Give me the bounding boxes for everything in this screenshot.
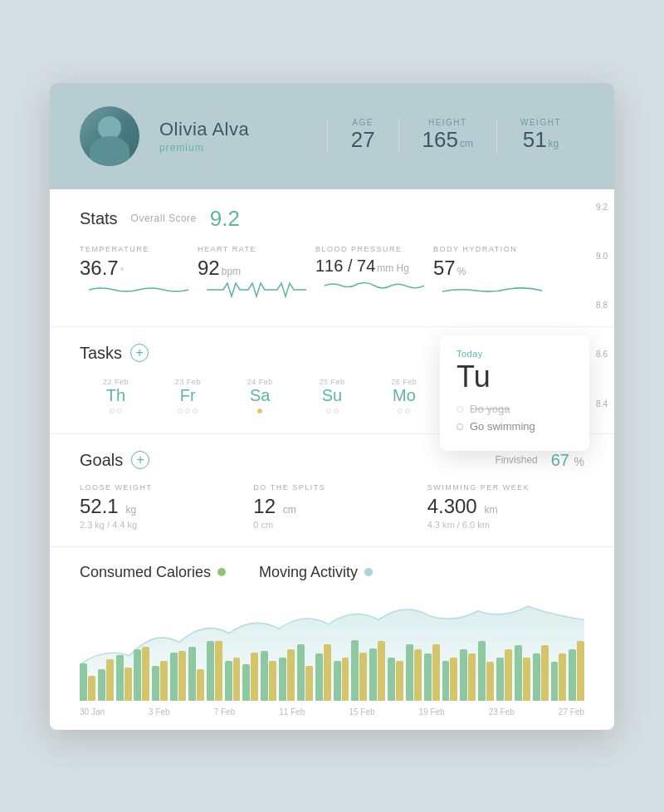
goal-swimming-value: 4.300 km: [427, 495, 584, 518]
bar-green: [334, 661, 341, 701]
task-yoga: Do yoga: [456, 403, 573, 415]
today-popup-label: Today: [456, 349, 573, 359]
bar-green: [515, 645, 522, 701]
bar-yellow: [486, 662, 494, 701]
task-swimming-text: Go swimming: [470, 420, 535, 433]
chart-label-3: 7 Feb: [214, 707, 236, 717]
goal-splits-value: 12 cm: [253, 495, 410, 518]
day-23-name: Fr: [152, 386, 224, 405]
score-line-1: 9.2: [596, 203, 608, 212]
bar-green: [297, 644, 305, 701]
bar-yellow: [88, 676, 95, 701]
dot: [405, 408, 410, 413]
bar-green: [369, 648, 377, 701]
bar-group: [152, 661, 168, 701]
bar-yellow: [396, 661, 403, 701]
chart-section: Consumed Calories Moving Activity: [50, 547, 614, 730]
activity-label: Moving Activity: [259, 564, 358, 581]
bp-label: BLOOD PRESSURE: [315, 245, 433, 253]
day-25-dots: [296, 408, 369, 413]
stat-heart-rate: HEART RATE 92bpm: [198, 245, 315, 310]
tasks-section: Tasks + Avg. Perfomance 83 % 22 Feb Th 2…: [50, 327, 614, 434]
temp-wave: [80, 280, 198, 300]
bar-yellow: [233, 658, 241, 701]
bar-green: [569, 649, 576, 701]
bar-group: [225, 658, 241, 701]
task-dot: [456, 423, 463, 430]
age-label: AGE: [351, 118, 375, 127]
dot: [334, 408, 339, 413]
task-swimming: Go swimming: [456, 420, 573, 433]
chart-label-4: 11 Feb: [279, 707, 305, 717]
bar-yellow: [142, 647, 149, 701]
profile-header: Olivia Alva premium AGE 27 HEIGHT 165cm …: [50, 83, 614, 189]
dot: [398, 408, 403, 413]
bar-group: [424, 644, 440, 701]
score-line-3: 8.8: [596, 301, 608, 310]
bar-yellow: [269, 661, 276, 701]
bar-yellow: [342, 658, 349, 701]
chart-label-1: 30 Jan: [80, 707, 105, 717]
user-info: Olivia Alva premium: [159, 119, 307, 154]
chart-label-2: 3 Feb: [149, 707, 170, 717]
height-value: 165cm: [422, 127, 473, 153]
bar-yellow: [541, 645, 549, 701]
bar-green: [261, 651, 268, 701]
bar-green: [207, 641, 214, 701]
bar-group: [551, 653, 567, 701]
user-name: Olivia Alva: [159, 119, 307, 140]
add-task-button[interactable]: +: [130, 344, 149, 362]
bar-green: [134, 649, 141, 701]
bar-group: [116, 655, 132, 701]
add-goal-button[interactable]: +: [131, 451, 149, 469]
hr-label: HEART RATE: [198, 245, 315, 253]
bar-group: [406, 644, 422, 701]
age-value: 27: [351, 127, 375, 153]
bar-group: [80, 663, 95, 701]
bar-group: [388, 658, 403, 701]
bar-yellow: [215, 641, 222, 701]
goals-grid: LOOSE WEIGHT 52.1 kg 2.3 kg / 4.4 kg DO …: [80, 483, 584, 530]
bp-wave: [315, 276, 433, 296]
goals-title: Goals: [80, 451, 123, 470]
bar-group: [242, 653, 258, 701]
bar-yellow: [359, 653, 367, 701]
finished-value: 67 %: [551, 451, 584, 470]
bar-group: [315, 644, 331, 701]
bar-green: [424, 653, 432, 701]
chart-title-calories: Consumed Calories: [80, 564, 226, 581]
bar-yellow: [305, 666, 313, 701]
dot: [117, 408, 122, 413]
bar-green: [152, 666, 159, 701]
tasks-title: Tasks: [80, 344, 122, 363]
day-26-dots: [368, 408, 440, 413]
day-25-date: 25 Feb: [296, 378, 369, 386]
day-23-dots: [152, 408, 224, 413]
today-popup: Today Tu Do yoga Go swimming: [440, 335, 589, 452]
bar-group: [188, 647, 204, 701]
day-23-date: 23 Feb: [152, 378, 224, 386]
bar-green: [116, 655, 124, 701]
today-popup-day: Tu: [456, 360, 573, 394]
bar-group: [207, 641, 222, 701]
chart-label-7: 23 Feb: [489, 707, 515, 717]
chart-header: Consumed Calories Moving Activity: [80, 564, 584, 581]
bar-green: [351, 640, 359, 701]
stat-height: HEIGHT 165cm: [398, 118, 496, 153]
bar-green: [442, 661, 450, 701]
stats-grid: TEMPERATURE 36.7° HEART RATE 92bpm BLOOD…: [80, 245, 584, 310]
stats-title: Stats: [80, 209, 118, 228]
avatar: [80, 106, 139, 166]
bar-group: [170, 651, 186, 701]
stat-age: AGE 27: [327, 118, 398, 153]
height-label: HEIGHT: [422, 118, 473, 127]
bar-yellow: [324, 644, 331, 701]
bar-group: [460, 649, 476, 701]
day-thu: 22 Feb Th: [80, 374, 152, 417]
stat-temperature: TEMPERATURE 36.7°: [80, 245, 198, 310]
task-yoga-text: Do yoga: [470, 403, 510, 415]
day-24-dots: [224, 408, 296, 413]
goal-swimming: SWIMMING PER WEEK 4.300 km 4.3 km / 6.0 …: [427, 483, 584, 530]
score-line-2: 9.0: [596, 252, 608, 261]
task-dot: [456, 406, 463, 413]
